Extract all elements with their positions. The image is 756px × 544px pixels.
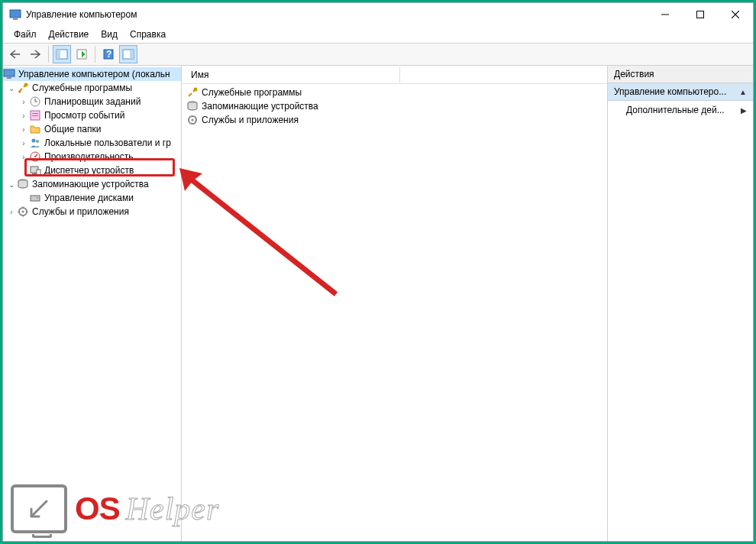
tree-shared[interactable]: › Общие папки [3,122,181,136]
svg-text:?: ? [106,49,111,60]
svg-point-24 [34,156,36,157]
toolbar-separator [95,46,95,63]
close-button[interactable] [718,3,753,26]
tree-storage[interactable]: ⌄ Запоминающие устройства [3,177,181,191]
list-item-utilities[interactable]: Служебные программы [182,86,607,99]
svg-rect-26 [32,173,37,175]
chevron-right-icon: ▶ [741,106,747,115]
list-item-storage[interactable]: Запоминающие устройства [182,99,607,113]
svg-rect-12 [130,50,134,59]
svg-rect-1 [13,18,18,20]
list-item-label: Запоминающие устройства [202,101,318,112]
tree-performance[interactable]: › Производительность [3,150,181,164]
tree-utilities-label: Служебные программы [32,83,132,93]
folder-icon [29,123,41,135]
expander-icon[interactable]: › [18,98,29,106]
tree-pane: Управление компьютером (локальн ⌄ Служеб… [3,66,182,541]
svg-rect-13 [4,70,15,76]
action-more-label: Дополнительные дей... [626,105,725,115]
svg-rect-14 [7,77,11,79]
computer-icon [3,68,15,80]
help-button[interactable]: ? [99,45,118,63]
minimize-button[interactable] [648,3,683,26]
tree-performance-label: Производительность [44,151,133,162]
collapse-icon: ▲ [739,88,747,96]
services-icon [17,206,29,218]
event-icon [29,109,41,121]
content-area: Управление компьютером (локальн ⌄ Служеб… [3,66,753,541]
disk-icon [29,192,41,204]
tree-users-label: Локальные пользователи и гр [44,138,171,148]
tree-diskmgr[interactable]: Управление дисками [3,191,181,205]
tree-shared-label: Общие папки [44,124,101,134]
tree-device-manager-label: Диспетчер устройств [44,165,134,176]
menu-file[interactable]: Файл [9,28,41,41]
expander-icon[interactable]: › [18,139,29,147]
menu-help[interactable]: Справка [125,28,170,41]
tree-root-label: Управление компьютером (локальн [18,69,170,79]
column-name[interactable]: Имя [186,67,400,83]
properties-button[interactable] [73,45,91,63]
svg-point-36 [192,119,194,121]
list-item-label: Службы и приложения [202,115,299,125]
expander-icon[interactable]: › [18,125,29,134]
tree-storage-label: Запоминающие устройства [32,179,149,189]
action-more[interactable]: Дополнительные дей... ▶ [608,101,753,119]
show-tree-button[interactable] [53,45,71,63]
tools-icon [186,86,199,99]
tree-services[interactable]: › Службы и приложения [3,205,181,219]
tree-scheduler[interactable]: › Планировщик заданий [3,95,181,108]
forward-button[interactable] [26,45,44,63]
svg-rect-7 [57,50,60,59]
storage-icon [17,178,29,190]
perf-icon [29,151,41,163]
tree-device-manager[interactable]: Диспетчер устройств [3,164,181,177]
show-actions-button[interactable] [119,45,137,63]
list-pane: Имя Служебные программы Запоминающие уст… [182,66,608,541]
svg-point-33 [194,88,198,92]
actions-header: Действия [608,66,753,83]
expander-icon[interactable]: › [18,112,29,120]
svg-rect-3 [697,11,704,18]
svg-point-32 [22,211,24,213]
menu-action[interactable]: Действие [44,28,94,41]
svg-rect-20 [32,115,38,116]
storage-icon [186,100,199,112]
window-title: Управление компьютером [26,9,648,20]
expander-icon[interactable]: › [18,153,29,161]
tree-root[interactable]: Управление компьютером (локальн [3,67,181,81]
expander-icon[interactable]: ⌄ [6,84,17,92]
tree-diskmgr-label: Управление дисками [44,193,134,203]
titlebar: Управление компьютером [3,3,753,26]
tree-scheduler-label: Планировщик заданий [44,96,141,107]
list-item-label: Служебные программы [202,87,302,98]
tools-icon [17,82,29,94]
svg-rect-19 [32,113,38,114]
list-item-services[interactable]: Службы и приложения [182,113,607,127]
svg-rect-0 [10,10,21,18]
actions-section-label: Управление компьютеро... [614,86,739,97]
app-window: Управление компьютером Файл Действие Вид… [2,2,754,542]
tree-services-label: Службы и приложения [32,206,129,217]
maximize-button[interactable] [683,3,718,26]
tree-users[interactable]: › Локальные пользователи и гр [3,136,181,150]
menubar: Файл Действие Вид Справка [3,26,753,43]
app-icon [9,8,21,21]
expander-icon[interactable]: › [6,208,17,216]
back-button[interactable] [6,45,24,63]
clock-icon [29,96,41,108]
svg-rect-27 [37,170,40,175]
svg-point-22 [36,140,39,143]
actions-section[interactable]: Управление компьютеро... ▲ [608,83,753,101]
toolbar: ? [3,43,753,66]
users-icon [29,137,41,149]
services-icon [186,114,199,126]
tree-eventviewer-label: Просмотр событий [44,110,124,121]
tree-utilities[interactable]: ⌄ Служебные программы [3,81,181,95]
menu-view[interactable]: Вид [96,28,122,41]
device-icon [29,164,41,176]
actions-pane: Действия Управление компьютеро... ▲ Допо… [608,66,753,541]
expander-icon[interactable]: ⌄ [6,180,17,189]
svg-point-30 [37,197,38,199]
tree-eventviewer[interactable]: › Просмотр событий [3,108,181,122]
